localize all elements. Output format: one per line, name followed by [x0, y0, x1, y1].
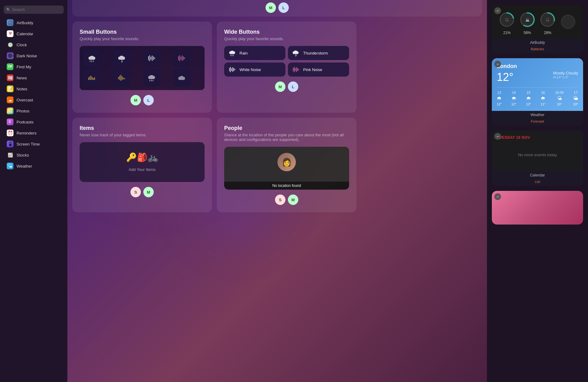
weather-widget: London 12° Mostly Cloudy H:13° L:5° 13 🌧… [492, 58, 583, 111]
svg-rect-5 [149, 55, 150, 61]
sidebar-item-news[interactable]: 📰 News [2, 73, 66, 83]
svg-rect-13 [182, 55, 183, 61]
wide-buttons-subtitle: Quickly play your favorite sounds. [224, 36, 349, 41]
battery-item-2: 🎧 28% [539, 11, 556, 35]
airbuddy-widget: 🎧 21% 💻 58% [492, 5, 583, 39]
sidebar-item-podcasts[interactable]: 🎙 Podcasts [2, 117, 66, 127]
forecast-icon-2: 🌧 [526, 96, 531, 101]
wide-whitenoise-btn[interactable]: White Noise [224, 62, 285, 77]
wide-pinknoise-label: Pink Noise [303, 67, 322, 72]
sidebar-item-notes[interactable]: 📝 Notes [2, 84, 66, 94]
sound-whitenoise-btn[interactable] [143, 50, 160, 67]
remove-calendar-btn[interactable]: − [494, 133, 501, 140]
forecast-icon-5: 🌥 [573, 96, 578, 101]
darknoise-icon: 🌑 [7, 52, 13, 59]
forecast-temp-5: 10° [573, 102, 578, 106]
svg-line-33 [233, 55, 234, 56]
svg-line-28 [150, 80, 150, 81]
battery-ring-3 [560, 13, 577, 30]
sidebar: 🔍 🎧 AirBuddy 📅 Calendar 🕐 Clock 🌑 Dark N… [0, 0, 67, 382]
forecast-icon-1: 🌧 [511, 96, 516, 101]
calendar-widget: TUESDAY 16 NOV No more events today [492, 130, 583, 171]
calendar-empty: No more events today [497, 143, 578, 166]
sidebar-item-clock[interactable]: 🕐 Clock [2, 40, 66, 50]
sidebar-item-photos[interactable]: 🖼 Photos [2, 106, 66, 116]
small-buttons-title: Small Buttons [80, 29, 205, 35]
sidebar-item-stocks[interactable]: 📈 Stocks [2, 150, 66, 160]
weather-block: − London 12° Mostly Cloudy H:13° L:5° 13… [492, 58, 583, 126]
sound-waves-btn[interactable] [113, 69, 130, 86]
battery-item-1: 💻 58% [519, 11, 536, 35]
remove-weather-btn[interactable]: − [494, 61, 501, 67]
airbuddy-block: − 🎧 21% [492, 5, 583, 53]
sound-rain-btn[interactable] [83, 50, 100, 67]
wide-thunder-btn[interactable]: Thunderstorm [288, 46, 349, 60]
svg-rect-26 [123, 78, 124, 79]
remove-airbuddy-btn[interactable]: − [494, 7, 501, 14]
forecast-time-2: 15 [527, 91, 530, 94]
sound-thunder-btn[interactable] [113, 50, 130, 67]
right-panel: − 🎧 21% [487, 0, 588, 382]
wide-buttons-avatars: M L [224, 81, 349, 92]
sound-rain2-btn[interactable] [143, 69, 160, 86]
airbuddy-icon: 🎧 [7, 19, 13, 26]
svg-line-30 [153, 80, 153, 81]
search-input[interactable] [4, 6, 64, 14]
sidebar-item-findmy[interactable]: 🗺 Find My [2, 62, 66, 72]
svg-rect-25 [122, 76, 123, 80]
svg-rect-27 [124, 78, 125, 79]
svg-point-56 [561, 15, 575, 28]
sidebar-item-overcast[interactable]: ☁ Overcast [2, 95, 66, 105]
forecast-15: 15 🌧 12° [526, 91, 531, 106]
battery-pct-2: 28% [544, 31, 551, 35]
small-buttons-subtitle: Quickly play your favorite sounds. [80, 36, 205, 41]
weather-icon: 🌤 [7, 163, 13, 169]
overcast-icon: ☁ [7, 96, 13, 103]
svg-rect-39 [233, 68, 234, 71]
items-subtitle: Never lose track of your tagged items. [80, 133, 205, 137]
sidebar-item-screentime[interactable]: 📱 Screen Time [2, 139, 66, 149]
podcasts-icon: 🎙 [7, 119, 13, 125]
wide-rain-label: Rain [239, 51, 248, 55]
person-avatar: 👩 [277, 153, 296, 171]
forecast-temp-4: 10° [557, 102, 562, 106]
avatar-s-items: S [130, 187, 141, 197]
wide-rain-btn[interactable]: Rain [224, 46, 285, 60]
reminders-icon: ⏰ [7, 130, 13, 136]
avatar-s-people: S [275, 195, 285, 205]
svg-rect-18 [91, 76, 91, 80]
remove-bottom-btn[interactable]: − [494, 193, 501, 200]
sidebar-item-weather[interactable]: 🌤 Weather [2, 161, 66, 171]
svg-line-0 [90, 61, 90, 62]
sound-pinknoise-btn[interactable] [173, 50, 190, 67]
battery-ring-2: 🎧 [539, 11, 556, 28]
sidebar-item-reminders[interactable]: ⏰ Reminders [2, 128, 66, 138]
people-card: People Glance at the location of the peo… [217, 118, 356, 212]
widget-grid: Small Buttons Quickly play your favorite… [67, 17, 361, 217]
forecast-icon-0: 🌧 [497, 96, 502, 101]
battery-pct-1: 58% [524, 31, 531, 35]
bottom-image [492, 191, 583, 225]
svg-rect-41 [293, 68, 294, 71]
avatar-m-top: M [266, 2, 276, 13]
findmy-icon: 🗺 [7, 63, 13, 70]
sidebar-item-airbuddy[interactable]: 🎧 AirBuddy [2, 17, 66, 28]
wide-pinknoise-btn[interactable]: Pink Noise [288, 62, 349, 77]
svg-rect-4 [148, 56, 149, 60]
screentime-icon: 📱 [7, 141, 13, 147]
sound-cloud-btn[interactable] [173, 69, 190, 86]
sidebar-item-calendar[interactable]: 📅 Calendar [2, 28, 66, 39]
calendar-sublabel: List [492, 180, 583, 186]
forecast-time-3: 16 [541, 91, 545, 94]
people-avatars: S M [224, 195, 349, 205]
svg-rect-19 [92, 77, 92, 80]
sidebar-item-darknoise[interactable]: 🌑 Dark Noise [2, 51, 66, 61]
sound-bass-btn[interactable] [83, 69, 100, 86]
forecast-time-0: 13 [497, 91, 501, 94]
forecast-14: 14 🌧 12° [511, 91, 517, 106]
items-preview[interactable]: 🔑🎒🚲 Add Your Items [80, 142, 205, 182]
search-container: 🔍 [0, 4, 67, 17]
airbuddy-label: AirBuddy [492, 39, 583, 47]
forecast-icon-3: 🌧 [541, 96, 545, 101]
people-title: People [224, 125, 349, 131]
